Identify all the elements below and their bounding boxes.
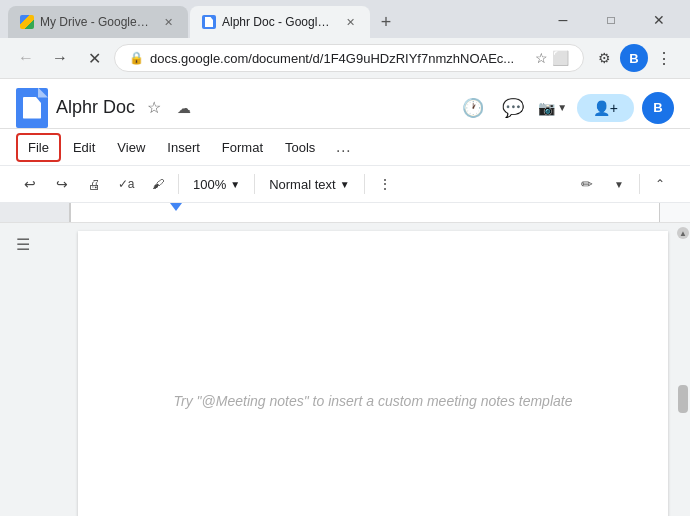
new-tab-button[interactable]: + bbox=[372, 8, 400, 36]
bookmark-icon[interactable]: ☆ bbox=[535, 50, 548, 66]
menu-insert[interactable]: Insert bbox=[157, 135, 210, 160]
tab-docs-close[interactable]: ✕ bbox=[342, 14, 358, 30]
chrome-window: My Drive - Google Drive ✕ Alphr Doc - Go… bbox=[0, 0, 690, 516]
style-dropdown[interactable]: Normal text ▼ bbox=[261, 173, 357, 196]
url-text: docs.google.com/document/d/1F4G9uHDzRIYf… bbox=[150, 51, 529, 66]
tab-docs-label: Alphr Doc - Google Docs bbox=[222, 15, 332, 29]
menu-edit[interactable]: Edit bbox=[63, 135, 105, 160]
reload-button[interactable]: ✕ bbox=[80, 44, 108, 72]
cloud-icon[interactable]: ☁ bbox=[173, 96, 195, 120]
url-bar[interactable]: 🔒 docs.google.com/document/d/1F4G9uHDzRI… bbox=[114, 44, 584, 72]
more-options-button[interactable]: ⋮ bbox=[371, 170, 399, 198]
document-page[interactable]: Try "@Meeting notes" to insert a custom … bbox=[78, 231, 668, 516]
tab-drive-close[interactable]: ✕ bbox=[160, 14, 176, 30]
tab-bar: My Drive - Google Drive ✕ Alphr Doc - Go… bbox=[0, 0, 690, 38]
close-button[interactable]: ✕ bbox=[636, 6, 682, 34]
share-button[interactable]: 👤+ bbox=[577, 94, 634, 122]
chrome-actions: ⚙ B ⋮ bbox=[590, 44, 678, 72]
document-title[interactable]: Alphr Doc bbox=[56, 97, 135, 118]
back-button[interactable]: ← bbox=[12, 44, 40, 72]
separator-2 bbox=[254, 174, 255, 194]
user-avatar[interactable]: B bbox=[642, 92, 674, 124]
doc-sidebar: ☰ bbox=[0, 223, 70, 516]
spell-check-button[interactable]: ✓a bbox=[112, 170, 140, 198]
drive-favicon bbox=[20, 15, 34, 29]
pen-mode-button[interactable]: ✏ bbox=[573, 170, 601, 198]
style-value: Normal text bbox=[269, 177, 335, 192]
doc-placeholder-text: Try "@Meeting notes" to insert a custom … bbox=[154, 373, 593, 429]
print-button[interactable]: 🖨 bbox=[80, 170, 108, 198]
redo-button[interactable]: ↪ bbox=[48, 170, 76, 198]
docs-header: Alphr Doc ☆ ☁ 🕐 💬 📷 ▼ 👤+ B bbox=[0, 79, 690, 129]
scroll-up-button[interactable]: ▲ bbox=[677, 227, 689, 239]
menu-view[interactable]: View bbox=[107, 135, 155, 160]
profile-button[interactable]: B bbox=[620, 44, 648, 72]
docs-app-icon bbox=[16, 88, 48, 128]
extensions-button[interactable]: ⚙ bbox=[590, 44, 618, 72]
cast-icon[interactable]: ⬜ bbox=[552, 50, 569, 66]
minimize-button[interactable]: – bbox=[540, 6, 586, 34]
tab-drive-label: My Drive - Google Drive bbox=[40, 15, 150, 29]
chrome-menu-button[interactable]: ⋮ bbox=[650, 44, 678, 72]
pen-chevron[interactable]: ▼ bbox=[605, 170, 633, 198]
doc-page-wrapper: Try "@Meeting notes" to insert a custom … bbox=[70, 223, 676, 516]
address-bar: ← → ✕ 🔒 docs.google.com/document/d/1F4G9… bbox=[0, 38, 690, 79]
ruler: 1 2 3 4 5 bbox=[0, 203, 690, 223]
forward-button[interactable]: → bbox=[46, 44, 74, 72]
history-icon[interactable]: 🕐 bbox=[457, 92, 489, 124]
meet-icon[interactable]: 📷 ▼ bbox=[537, 92, 569, 124]
docs-area: Alphr Doc ☆ ☁ 🕐 💬 📷 ▼ 👤+ B File bbox=[0, 79, 690, 516]
docs-favicon bbox=[202, 15, 216, 29]
undo-button[interactable]: ↩ bbox=[16, 170, 44, 198]
collapse-toolbar-button[interactable]: ⌃ bbox=[646, 170, 674, 198]
separator-3 bbox=[364, 174, 365, 194]
paint-format-button[interactable]: 🖌 bbox=[144, 170, 172, 198]
tab-docs[interactable]: Alphr Doc - Google Docs ✕ bbox=[190, 6, 370, 38]
zoom-dropdown[interactable]: 100% ▼ bbox=[185, 173, 248, 196]
style-chevron: ▼ bbox=[340, 179, 350, 190]
header-right: 🕐 💬 📷 ▼ 👤+ B bbox=[457, 92, 674, 124]
menu-format[interactable]: Format bbox=[212, 135, 273, 160]
menu-tools[interactable]: Tools bbox=[275, 135, 325, 160]
tab-drive[interactable]: My Drive - Google Drive ✕ bbox=[8, 6, 188, 38]
menu-file[interactable]: File bbox=[16, 133, 61, 162]
scrollbar[interactable]: ▲ › bbox=[676, 223, 690, 516]
format-toolbar: ↩ ↪ 🖨 ✓a 🖌 100% ▼ Normal text ▼ ⋮ ✏ ▼ ⌃ bbox=[0, 165, 690, 203]
menu-bar: File Edit View Insert Format Tools … bbox=[0, 129, 690, 165]
comment-icon[interactable]: 💬 bbox=[497, 92, 529, 124]
lock-icon: 🔒 bbox=[129, 51, 144, 65]
doc-actions: ☆ ☁ bbox=[143, 94, 195, 121]
separator-1 bbox=[178, 174, 179, 194]
doc-body: ☰ Try "@Meeting notes" to insert a custo… bbox=[0, 223, 690, 516]
scroll-thumb[interactable] bbox=[678, 385, 688, 413]
zoom-value: 100% bbox=[193, 177, 226, 192]
share-person-icon: 👤+ bbox=[593, 100, 618, 116]
star-icon[interactable]: ☆ bbox=[143, 94, 165, 121]
separator-4 bbox=[639, 174, 640, 194]
zoom-chevron: ▼ bbox=[230, 179, 240, 190]
outline-icon[interactable]: ☰ bbox=[16, 235, 70, 254]
maximize-button[interactable]: □ bbox=[588, 6, 634, 34]
menu-more[interactable]: … bbox=[327, 133, 359, 161]
